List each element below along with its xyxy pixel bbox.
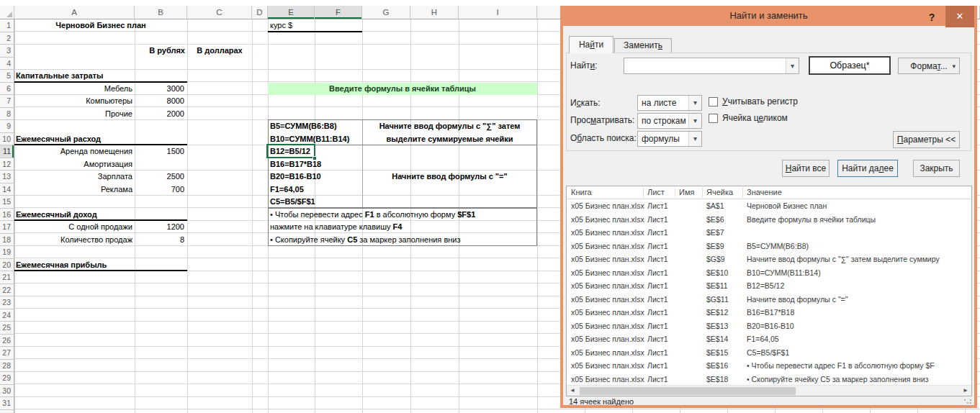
result-row[interactable]: x05 Бизнес план.xlsxЛист1$E$10B10=СУММ(B…	[567, 266, 971, 280]
row-header-17[interactable]: 17	[0, 221, 14, 234]
tab-replace[interactable]: Заменить	[614, 38, 672, 53]
result-row[interactable]: x05 Бизнес план.xlsxЛист1$E$12B16=B17*B1…	[567, 306, 971, 319]
row-header-14[interactable]: 14	[0, 183, 14, 196]
row-header-11[interactable]: 11	[0, 145, 14, 158]
tab-find[interactable]: Найти	[569, 36, 613, 53]
cell-a17[interactable]: С одной продажи	[14, 221, 132, 234]
formula-c5[interactable]: C5=B5/$F$1	[270, 196, 360, 209]
formula-f1[interactable]: F1=64,05	[270, 183, 360, 196]
options-button[interactable]: Параметры <<	[893, 131, 960, 148]
resize-grip[interactable]	[964, 399, 966, 401]
cell-b13[interactable]: 2500	[135, 171, 184, 183]
active-cell-selection[interactable]	[266, 144, 315, 158]
row-header-10[interactable]: 10	[0, 133, 14, 146]
result-row[interactable]: x05 Бизнес план.xlsxЛист1$E$14F1=64,05	[567, 332, 971, 346]
row-header-32[interactable]: 32	[0, 410, 14, 413]
result-row[interactable]: x05 Бизнес план.xlsxЛист1$E$13B20=B16-B1…	[567, 319, 971, 333]
sample-preview-button[interactable]: Образец*	[809, 56, 891, 75]
row-header-27[interactable]: 27	[0, 347, 14, 360]
row-header-22[interactable]: 22	[0, 284, 14, 297]
col-sheet[interactable]: Лист	[647, 186, 665, 199]
hint-eq[interactable]: Начните ввод формулы с "="	[362, 171, 537, 183]
row-header-31[interactable]: 31	[0, 397, 14, 410]
col-name[interactable]: Имя	[679, 186, 694, 199]
column-header-i[interactable]: I	[459, 6, 537, 19]
result-row[interactable]: x05 Бизнес план.xlsxЛист1$G$9Начните вво…	[567, 253, 971, 266]
cell-b11[interactable]: 1500	[135, 145, 184, 158]
row-header-25[interactable]: 25	[0, 322, 14, 335]
cell-b17[interactable]: 1200	[135, 221, 184, 234]
match-case-checkbox[interactable]	[709, 97, 718, 106]
row-header-7[interactable]: 7	[0, 95, 14, 108]
cell-b14[interactable]: 700	[135, 183, 184, 196]
row-header-24[interactable]: 24	[0, 309, 14, 322]
lookin-select[interactable]: формулы ▾	[637, 131, 702, 147]
cell-b7[interactable]: 8000	[135, 95, 184, 108]
row-header-18[interactable]: 18	[0, 234, 14, 247]
col-book[interactable]: Книга	[571, 186, 592, 199]
cell-a7[interactable]: Компьютеры	[14, 95, 132, 108]
scroll-left-icon[interactable]: ◄	[567, 386, 578, 396]
formula-b20[interactable]: B20=B16-B10	[270, 171, 360, 183]
result-row[interactable]: x05 Бизнес план.xlsxЛист1$A$1Черновой Би…	[567, 199, 971, 213]
column-header-b[interactable]: B	[135, 6, 187, 19]
row-header-29[interactable]: 29	[0, 372, 14, 385]
cell-a6[interactable]: Мебель	[14, 83, 132, 96]
note-f1-line1[interactable]: • Чтобы перевести адрес F1 в абсолютную …	[270, 209, 535, 222]
row-header-4[interactable]: 4	[0, 58, 14, 71]
row-header-3[interactable]: 3	[0, 45, 14, 58]
row-header-9[interactable]: 9	[0, 120, 14, 133]
cell-a14[interactable]: Реклама	[14, 183, 132, 196]
cell-b3-header[interactable]: В рублях	[135, 45, 185, 58]
close-icon[interactable]: ✕	[945, 6, 974, 27]
column-header-e[interactable]: E	[268, 6, 315, 19]
within-select[interactable]: на листе ▾	[637, 95, 702, 111]
result-row[interactable]: x05 Бизнес план.xlsxЛист1$E$18• Скопируй…	[567, 373, 971, 386]
result-row[interactable]: x05 Бизнес план.xlsxЛист1$E$6Введите фор…	[567, 213, 971, 227]
cell-a8[interactable]: Прочие	[14, 108, 132, 121]
match-entire-checkbox[interactable]	[709, 114, 718, 123]
chevron-down-icon[interactable]: ▾	[786, 58, 799, 73]
chevron-down-icon[interactable]: ▾	[688, 114, 701, 128]
col-cell[interactable]: Ячейка	[706, 186, 733, 199]
cell-b18[interactable]: 8	[135, 234, 184, 247]
result-row[interactable]: x05 Бизнес план.xlsxЛист1$E$15C5=B5/$F$1	[567, 346, 971, 360]
column-header-c[interactable]: C	[187, 6, 252, 19]
row-header-21[interactable]: 21	[0, 271, 14, 284]
formula-b5[interactable]: B5=СУММ(B6:B8)	[270, 120, 360, 133]
row-header-26[interactable]: 26	[0, 335, 14, 348]
cell-a1-title[interactable]: Черновой Бизнес план	[14, 19, 187, 32]
result-row[interactable]: x05 Бизнес план.xlsxЛист1$E$16• Чтобы пе…	[567, 359, 971, 373]
row-header-16[interactable]: 16	[0, 209, 14, 222]
select-all-corner[interactable]	[0, 6, 14, 19]
row-header-23[interactable]: 23	[0, 296, 14, 309]
cell-a13[interactable]: Зарплата	[14, 171, 132, 183]
format-button[interactable]: Формат... ▾	[898, 58, 960, 74]
result-row[interactable]: x05 Бизнес план.xlsxЛист1$E$7	[567, 226, 971, 240]
banner-cell[interactable]: Введите формулы в ячейки таблицы	[268, 83, 537, 96]
cell-b6[interactable]: 3000	[135, 83, 184, 96]
row-header-5[interactable]: 5	[0, 70, 14, 83]
note-f1-line2[interactable]: нажмите на клавиатуре клавишу F4	[270, 221, 535, 234]
row-header-2[interactable]: 2	[0, 32, 14, 45]
row-header-8[interactable]: 8	[0, 108, 14, 121]
find-input[interactable]: ▾	[624, 58, 799, 74]
column-header-d[interactable]: D	[252, 6, 268, 19]
results-list[interactable]: Книга Лист Имя Ячейка Значение x05 Бизне…	[566, 186, 972, 396]
cell-a11[interactable]: Аренда помещения	[14, 145, 132, 158]
match-entire-label[interactable]: Ячейка целиком	[722, 113, 788, 123]
chevron-down-icon[interactable]: ▾	[688, 96, 701, 110]
cell-b8[interactable]: 2000	[135, 108, 184, 121]
fill-handle[interactable]	[313, 156, 317, 160]
search-select[interactable]: по строкам ▾	[637, 113, 702, 129]
column-header-f[interactable]: F	[315, 6, 362, 19]
row-header-6[interactable]: 6	[0, 83, 14, 96]
result-row[interactable]: x05 Бизнес план.xlsxЛист1$E$9B5=СУММ(B6:…	[567, 240, 971, 253]
scrollbar-thumb[interactable]	[580, 387, 796, 395]
find-all-button[interactable]: Найти все	[782, 160, 830, 177]
row-header-20[interactable]: 20	[0, 259, 14, 272]
column-header-g[interactable]: G	[362, 6, 410, 19]
column-header-h[interactable]: H	[410, 6, 459, 19]
dialog-titlebar[interactable]: Найти и заменить	[560, 6, 977, 26]
cell-a12[interactable]: Амортизация	[14, 158, 132, 171]
